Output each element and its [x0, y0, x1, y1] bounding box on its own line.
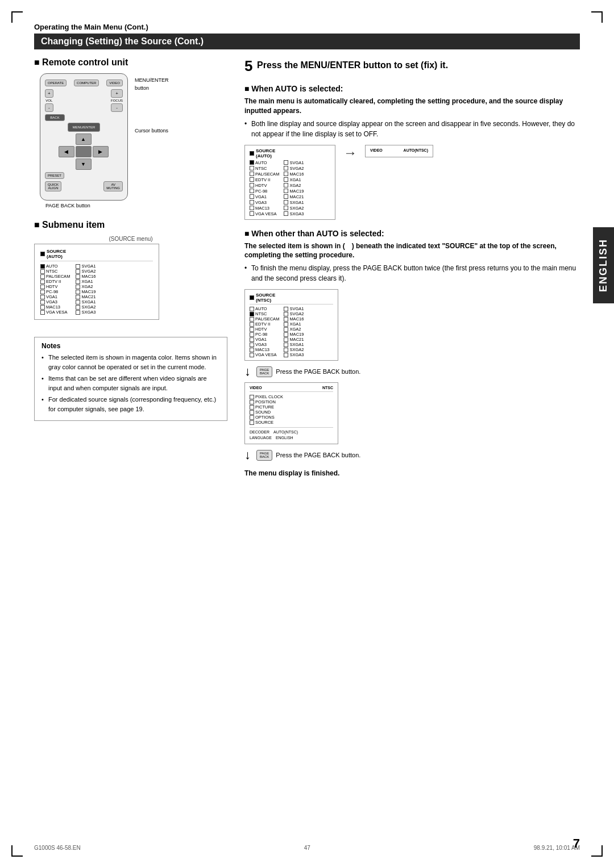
when-auto-bold: The main menu is automatically cleared, … — [244, 97, 580, 116]
finished-text: The menu display is finished. — [244, 469, 339, 477]
item-mac19: MAC19 — [76, 289, 96, 294]
step5-heading-block: 5 Press the MENU/ENTER button to set (fi… — [244, 57, 580, 75]
page-back-btn-icon-1[interactable]: PAGEBACK — [256, 366, 272, 377]
item-ntsc: NTSC — [40, 269, 70, 274]
nav-left-btn[interactable]: ◀ — [59, 146, 74, 157]
remote-mid-row: + VOL - + FOCUS - — [45, 89, 123, 112]
nav-down-btn[interactable]: ▼ — [76, 158, 92, 170]
note-3: For dedicated source signals (correspond… — [42, 395, 220, 414]
page: ENGLISH Operating the Main Menu (Cont.) … — [0, 0, 614, 868]
source-auto-box-title: SOURCE(AUTO) — [250, 148, 330, 158]
video-btn[interactable]: VIDEO — [106, 80, 123, 86]
source-menu-label: (SOURCE menu) — [34, 236, 227, 242]
footer-center: 47 — [304, 845, 310, 851]
video-menu-box: VIDEO NTSC PIXEL CLOCK POSITION PICTURE … — [244, 382, 338, 444]
notes-box: Notes The selected item is shown in mage… — [34, 337, 227, 421]
item-auto: AUTO — [40, 264, 70, 269]
auto-ntsc-label: AUTO(NTSC) — [404, 148, 428, 152]
press-page-back-2-text: Press the PAGE BACK button. — [276, 452, 360, 458]
video-result-box: VIDEO AUTO(NTSC) — [365, 145, 433, 157]
when-auto-bullets: Both line display and source display app… — [244, 119, 580, 139]
language-row: LANGUAGE ENGLISH — [250, 435, 333, 441]
remote-device: OPERATE COMPUTER VIDEO + VOL - — [40, 73, 128, 201]
corner-tr — [591, 11, 603, 23]
menu-enter-btn[interactable]: MENU/ENTER — [68, 123, 101, 132]
vol-minus-btn[interactable]: - — [45, 103, 53, 112]
item-mac21: MAC21 — [76, 294, 96, 299]
item-hdtv: HDTV — [40, 284, 70, 289]
main-content: Remote control unit OPERATE COMPUTER VID… — [34, 57, 580, 486]
item-mac16: MAC16 — [76, 274, 96, 279]
nav-up-btn[interactable]: ▲ — [76, 133, 92, 145]
item-vga3: VGA3 — [40, 299, 70, 304]
corner-tl — [11, 11, 23, 23]
item-svga1: SVGA1 — [76, 264, 96, 269]
video-menu-header: VIDEO NTSC — [250, 386, 333, 392]
when-other-bold: The selected item is shown in ( ) beneat… — [244, 241, 580, 261]
other-flow-area: SOURCE(NTSC) AUTO NTSC PAL/SECAM EDTV II… — [244, 289, 580, 477]
item-pc98: PC-98 — [40, 289, 70, 294]
vol-plus-btn[interactable]: + — [45, 89, 53, 98]
focus-plus-btn[interactable]: + — [111, 89, 123, 98]
item-vga1: VGA1 — [40, 294, 70, 299]
corner-bl — [11, 845, 23, 857]
video-label: VIDEO — [370, 148, 383, 152]
submenu-box-title: SOURCE(AUTO) — [47, 249, 66, 259]
notes-title: Notes — [42, 342, 220, 350]
operate-btn[interactable]: OPERATE — [45, 80, 67, 86]
source-ntsc-box: SOURCE(NTSC) AUTO NTSC PAL/SECAM EDTV II… — [244, 289, 338, 361]
quick-btn[interactable]: QUICKALIGN — [45, 181, 61, 191]
item-sxga1: SXGA1 — [76, 299, 96, 304]
source-auto-right: SVGA1 SVGA2 MAC16 XGA1 XGA2 MAC19 MAC21 … — [284, 160, 304, 216]
press-page-back-1-text: Press the PAGE BACK button. — [276, 368, 360, 375]
source-auto-box: SOURCE(AUTO) AUTO NTSC PAL/SECAM EDTV II… — [244, 145, 335, 220]
video-menu-right: NTSC — [322, 386, 333, 390]
footer-left: G1000S 46-58.EN — [34, 845, 81, 851]
submenu-left-items: AUTO NTSC PAL/SECAM EDTV II HDTV PC-98 V… — [40, 264, 70, 315]
when-auto-title: When AUTO is selected: — [244, 84, 580, 93]
source-auto-items: AUTO NTSC PAL/SECAM EDTV II HDTV PC-98 V… — [250, 160, 330, 216]
item-sxga3: SXGA3 — [76, 310, 96, 315]
flow-step-2: ↓ PAGEBACK Press the PAGE BACK button. — [244, 448, 360, 462]
video-menu-left: VIDEO — [250, 386, 262, 390]
item-vgavesa: VGA VESA — [40, 310, 70, 315]
item-xga1: XGA1 — [76, 279, 96, 284]
decoder-row: DECODER AUTO(NTSC) — [250, 429, 333, 435]
item-edtv: EDTV II — [40, 279, 70, 284]
submenu-right-items: SVGA1 SVGA2 MAC16 XGA1 XGA2 MAC19 MAC21 … — [76, 264, 96, 315]
when-other-title: When other than AUTO is selected: — [244, 229, 580, 238]
focus-minus-btn[interactable]: - — [111, 103, 123, 112]
down-arrow-1: ↓ — [244, 364, 251, 379]
when-other-bullets: To finish the menu display, press the PA… — [244, 263, 580, 283]
nav-center-btn[interactable] — [76, 146, 92, 157]
remote-top-row: OPERATE COMPUTER VIDEO — [45, 80, 123, 86]
submenu-items: AUTO NTSC PAL/SECAM EDTV II HDTV PC-98 V… — [40, 264, 153, 315]
step-title: Press the MENU/ENTER button to set (fix)… — [257, 60, 448, 70]
page-number: 7 — [573, 836, 580, 851]
note-2: Items that can be set are different when… — [42, 374, 220, 393]
ntsc-right: SVGA1 SVGA2 MAC16 XGA1 XGA2 MAC19 MAC21 … — [284, 306, 304, 357]
item-pal: PAL/SECAM — [40, 274, 70, 279]
down-arrow-2: ↓ — [244, 448, 251, 462]
auto-flow-boxes: SOURCE(AUTO) AUTO NTSC PAL/SECAM EDTV II… — [244, 145, 580, 220]
page-back-btn-icon-2[interactable]: PAGEBACK — [256, 450, 272, 461]
operating-header-text: Operating the Main Menu (Cont.) — [34, 23, 148, 31]
item-mac13: MAC13 — [40, 304, 70, 310]
when-other-bullet-1: To finish the menu display, press the PA… — [244, 263, 580, 283]
computer-btn[interactable]: COMPUTER — [74, 80, 99, 86]
remote-labels: MENU/ENTERbutton Cursor buttons — [135, 73, 169, 146]
menu-enter-label: MENU/ENTERbutton — [135, 76, 169, 93]
remote-bottom-row: QUICKALIGN AVMUTING — [45, 181, 123, 191]
remote-preset-row: PRESET — [45, 172, 123, 179]
item-sxga2: SXGA2 — [76, 304, 96, 310]
video-menu-items: PIXEL CLOCK POSITION PICTURE SOUND OPTIO… — [250, 394, 333, 425]
back-btn[interactable]: BACK — [45, 114, 65, 121]
arrow-right-1: → — [339, 145, 362, 161]
nav-right-btn[interactable]: ▶ — [93, 146, 109, 157]
note-1: The selected item is shown in magenta co… — [42, 353, 220, 372]
preset-btn[interactable]: PRESET — [45, 172, 64, 179]
flow-step-1: ↓ PAGEBACK Press the PAGE BACK button. — [244, 364, 360, 379]
submenu-section: Submenu item (SOURCE menu) SOURCE(AUTO) … — [34, 220, 227, 320]
left-column: Remote control unit OPERATE COMPUTER VID… — [34, 57, 227, 486]
av-muting-btn[interactable]: AVMUTING — [103, 181, 123, 191]
